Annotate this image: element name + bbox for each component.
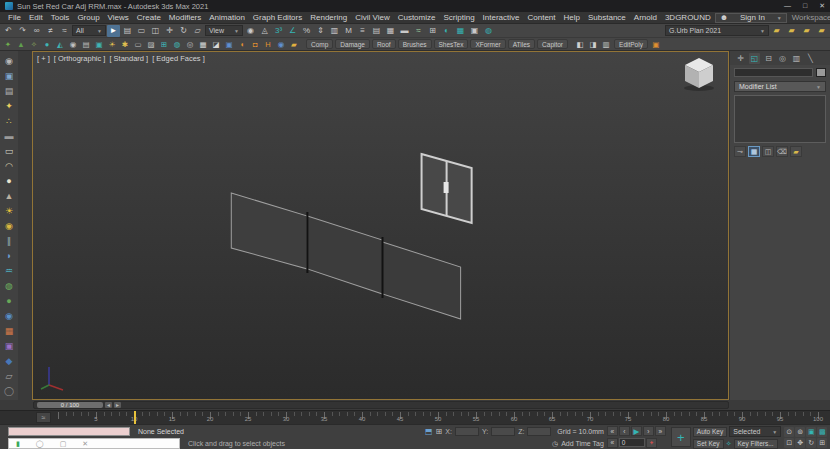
rectangular-selection-region-icon[interactable]: ▭ bbox=[135, 25, 148, 37]
configure-modifier-sets-button[interactable]: ▰ bbox=[790, 146, 802, 157]
set-key-button[interactable]: Set Key bbox=[693, 439, 724, 449]
globe-icon[interactable]: ◍ bbox=[2, 278, 17, 293]
select-and-move-icon[interactable]: ✛ bbox=[163, 25, 176, 37]
viewport-menu-detail[interactable]: [ Edged Faces ] bbox=[152, 54, 205, 63]
window-crossing-toggle-icon[interactable]: ◫ bbox=[149, 25, 162, 37]
minimize-button[interactable]: — bbox=[784, 2, 791, 10]
edit-named-selection-sets-icon[interactable]: ▥ bbox=[328, 25, 341, 37]
zoom-region-icon[interactable]: ⊡ bbox=[784, 438, 794, 448]
current-frame-field[interactable]: 0 bbox=[619, 438, 645, 447]
go-to-start-button[interactable]: « bbox=[607, 426, 618, 436]
shield-tool-icon[interactable]: ◘ bbox=[249, 39, 261, 50]
menu-item[interactable]: Edit bbox=[25, 13, 47, 22]
target-tool-icon[interactable]: ◎ bbox=[184, 39, 196, 50]
menu-item[interactable]: Civil View bbox=[351, 13, 394, 22]
menu-item[interactable]: Content bbox=[524, 13, 560, 22]
percent-snap-icon[interactable]: % bbox=[300, 25, 313, 37]
time-slider-handle[interactable]: 0 / 100 bbox=[37, 402, 103, 408]
mountain-icon[interactable]: ▲ bbox=[2, 188, 17, 203]
eye-icon[interactable]: ◉ bbox=[2, 53, 17, 68]
sliding-door[interactable] bbox=[422, 154, 472, 223]
viewport-layout-quad-icon[interactable]: ▥ bbox=[600, 39, 612, 50]
script-button[interactable]: ATiles bbox=[508, 39, 535, 49]
earth-icon[interactable]: ◉ bbox=[2, 308, 17, 323]
frame-tool-icon[interactable]: ▦ bbox=[197, 39, 209, 50]
notes-icon[interactable]: ▤ bbox=[2, 83, 17, 98]
panel-icon[interactable]: ▭ bbox=[2, 143, 17, 158]
orbit-icon[interactable]: ↻ bbox=[806, 438, 816, 448]
script-button[interactable]: Brushes bbox=[398, 39, 432, 49]
z-coordinate-field[interactable] bbox=[527, 427, 551, 436]
people-icon[interactable]: ∴ bbox=[2, 113, 17, 128]
plane-icon[interactable]: ▬ bbox=[2, 128, 17, 143]
rain-icon[interactable]: ∥ bbox=[2, 233, 17, 248]
tab-display[interactable]: ▥ bbox=[791, 53, 802, 64]
time-slider-track[interactable]: 0 / 100 ◄ ► bbox=[33, 401, 729, 409]
menu-item[interactable]: Substance bbox=[584, 13, 630, 22]
menu-item[interactable]: Rendering bbox=[306, 13, 351, 22]
spinner-snap-icon[interactable]: ⇕ bbox=[314, 25, 327, 37]
select-and-rotate-icon[interactable]: ↻ bbox=[177, 25, 190, 37]
maximize-viewport-toggle-icon[interactable]: ⊞ bbox=[817, 438, 827, 448]
previous-frame-button[interactable]: ‹ bbox=[619, 426, 630, 436]
key-step-button[interactable]: « bbox=[607, 438, 618, 448]
tab-hierarchy[interactable]: ⊟ bbox=[763, 53, 774, 64]
pin-stack-button[interactable]: ⊸ bbox=[734, 146, 746, 157]
maximize-button[interactable]: □ bbox=[803, 2, 807, 10]
light-icon[interactable]: ✦ bbox=[2, 98, 17, 113]
bulb-tool-icon[interactable]: ✱ bbox=[119, 39, 131, 50]
menu-item[interactable]: Interactive bbox=[479, 13, 524, 22]
render-setup-icon[interactable]: ▦ bbox=[454, 25, 467, 37]
script-button[interactable]: Capitor bbox=[537, 39, 568, 49]
plant-tool-icon[interactable]: ✧ bbox=[28, 39, 40, 50]
open-folder-icon-4[interactable]: ▰ bbox=[815, 25, 828, 37]
menu-item[interactable]: Create bbox=[133, 13, 165, 22]
plus-button[interactable]: + bbox=[671, 427, 691, 447]
card-icon[interactable]: ▱ bbox=[2, 368, 17, 383]
tab-motion[interactable]: ◎ bbox=[777, 53, 788, 64]
modifier-stack[interactable] bbox=[734, 95, 826, 143]
object-name-field[interactable] bbox=[734, 68, 813, 77]
camera-tool-icon[interactable]: ◉ bbox=[67, 39, 79, 50]
selection-filter-dropdown[interactable]: All ▼ bbox=[72, 25, 106, 36]
key-mode-dropdown[interactable]: Selected ▼ bbox=[729, 426, 781, 437]
next-frame-button[interactable]: › bbox=[643, 426, 654, 436]
menu-item[interactable]: Modifiers bbox=[165, 13, 205, 22]
scene-canvas[interactable] bbox=[33, 52, 728, 399]
use-pivot-point-icon[interactable]: ◉ bbox=[244, 25, 257, 37]
object-color-swatch[interactable] bbox=[816, 68, 826, 77]
mirror-icon[interactable]: M bbox=[342, 25, 355, 37]
redo-icon[interactable]: ↷ bbox=[16, 25, 29, 37]
undo-icon[interactable]: ↶ bbox=[2, 25, 15, 37]
mini-curve-editor-button[interactable]: ≈ bbox=[36, 412, 51, 423]
wave-icon[interactable]: ◗ bbox=[2, 248, 17, 263]
add-time-tag[interactable]: ◷ Add Time Tag bbox=[552, 440, 604, 448]
ring-icon[interactable]: ◯ bbox=[2, 383, 17, 398]
tree-tool-icon[interactable]: ▲ bbox=[15, 39, 27, 50]
script-button[interactable]: XFormer bbox=[470, 39, 505, 49]
glass-panel-3[interactable] bbox=[383, 242, 461, 319]
menu-item[interactable]: Customize bbox=[394, 13, 440, 22]
viewport-layout-split-icon[interactable]: ◨ bbox=[587, 39, 599, 50]
menu-item[interactable]: Scripting bbox=[439, 13, 478, 22]
curve-editor-icon[interactable]: ≈ bbox=[412, 25, 425, 37]
image-tool-icon[interactable]: ▨ bbox=[145, 39, 157, 50]
make-unique-button[interactable]: ◫ bbox=[762, 146, 774, 157]
box-tool-icon[interactable]: ▣ bbox=[93, 39, 105, 50]
cone-tool-icon[interactable]: ◭ bbox=[54, 39, 66, 50]
remove-modifier-button[interactable]: ⌫ bbox=[776, 146, 788, 157]
unlink-selection-icon[interactable]: ≠ bbox=[44, 25, 57, 37]
reference-coordinate-dropdown[interactable]: View ▼ bbox=[205, 25, 243, 36]
viewport-menu-shading[interactable]: [ Standard ] bbox=[109, 54, 148, 63]
toggle-layer-explorer-icon[interactable]: ▦ bbox=[384, 25, 397, 37]
angle-snap-icon[interactable]: ∠ bbox=[286, 25, 299, 37]
maxscript-mini-listener[interactable]: ▮◯▢✕ bbox=[8, 438, 180, 449]
open-folder-icon-2[interactable]: ▰ bbox=[785, 25, 798, 37]
next-frame-button[interactable]: ► bbox=[114, 402, 121, 408]
menu-item[interactable]: Group bbox=[73, 13, 103, 22]
sphere-tool-icon[interactable]: ● bbox=[41, 39, 53, 50]
relink-tool-icon[interactable]: ◖ bbox=[236, 39, 248, 50]
tab-create[interactable]: ✛ bbox=[735, 53, 746, 64]
viewcube[interactable] bbox=[680, 55, 718, 93]
modifier-list-dropdown[interactable]: Modifier List ▼ bbox=[734, 81, 826, 92]
